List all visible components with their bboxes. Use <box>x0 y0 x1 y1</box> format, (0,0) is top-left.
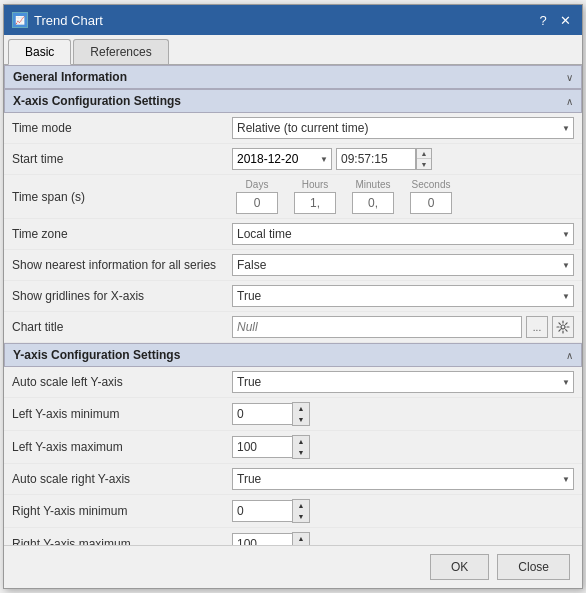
xaxis-section-header[interactable]: X-axis Configuration Settings ∧ <box>4 89 582 113</box>
timespan-hours-col: Hours 1, <box>290 179 340 214</box>
time-down-btn[interactable]: ▼ <box>417 159 431 169</box>
left-min-label: Left Y-axis minimum <box>12 407 232 421</box>
tab-content: General Information ∨ X-axis Configurati… <box>4 65 582 545</box>
general-info-section-header[interactable]: General Information ∨ <box>4 65 582 89</box>
help-button[interactable]: ? <box>534 11 552 29</box>
auto-scale-right-label: Auto scale right Y-axis <box>12 472 232 486</box>
seconds-label: Seconds <box>412 179 451 190</box>
right-min-control: ▲ ▼ <box>232 499 574 523</box>
ok-button[interactable]: OK <box>430 554 489 580</box>
date-wrapper <box>232 148 332 170</box>
left-max-spinners: ▲ ▼ <box>292 435 310 459</box>
yaxis-label: Y-axis Configuration Settings <box>13 348 180 362</box>
left-max-spinner: ▲ ▼ <box>232 435 310 459</box>
chart-title-browse-btn[interactable]: ... <box>526 316 548 338</box>
left-max-label: Left Y-axis maximum <box>12 440 232 454</box>
right-min-input[interactable] <box>232 500 292 522</box>
left-min-row: Left Y-axis minimum ▲ ▼ <box>4 398 582 431</box>
timespan-days-col: Days 0 <box>232 179 282 214</box>
gridlines-x-label: Show gridlines for X-axis <box>12 289 232 303</box>
start-time-row: Start time ▲ ▼ <box>4 144 582 175</box>
auto-scale-right-row: Auto scale right Y-axis True False <box>4 464 582 495</box>
time-mode-select[interactable]: Relative (to current time) Absolute Fixe… <box>232 117 574 139</box>
left-min-spinner: ▲ ▼ <box>232 402 310 426</box>
xaxis-label: X-axis Configuration Settings <box>13 94 181 108</box>
left-max-up[interactable]: ▲ <box>293 436 309 447</box>
bottom-bar: OK Close <box>4 545 582 588</box>
show-nearest-control: False True <box>232 254 574 276</box>
time-mode-select-wrapper: Relative (to current time) Absolute Fixe… <box>232 117 574 139</box>
right-max-input[interactable] <box>232 533 292 545</box>
show-nearest-select[interactable]: False True <box>232 254 574 276</box>
chart-title-input[interactable] <box>232 316 522 338</box>
time-mode-label: Time mode <box>12 121 232 135</box>
auto-scale-right-control: True False <box>232 468 574 490</box>
right-max-spinner: ▲ ▼ <box>232 532 310 545</box>
left-max-input[interactable] <box>232 436 292 458</box>
main-window: 📈 Trend Chart ? ✕ Basic References Gener… <box>3 4 583 589</box>
timespan-minutes-col: Minutes 0, <box>348 179 398 214</box>
title-bar-buttons: ? ✕ <box>534 11 574 29</box>
chart-title-label: Chart title <box>12 320 232 334</box>
tab-basic[interactable]: Basic <box>8 39 71 65</box>
timespan-control: Days 0 Hours 1, Minutes 0, Seconds <box>232 179 574 214</box>
left-max-control: ▲ ▼ <box>232 435 574 459</box>
days-value[interactable]: 0 <box>236 192 278 214</box>
time-mode-control: Relative (to current time) Absolute Fixe… <box>232 117 574 139</box>
hours-label: Hours <box>302 179 329 190</box>
minutes-value[interactable]: 0, <box>352 192 394 214</box>
timezone-select-wrapper: Local time UTC <box>232 223 574 245</box>
tab-references[interactable]: References <box>73 39 168 64</box>
yaxis-section-header[interactable]: Y-axis Configuration Settings ∧ <box>4 343 582 367</box>
left-min-down[interactable]: ▼ <box>293 414 309 425</box>
auto-scale-left-control: True False <box>232 371 574 393</box>
left-max-row: Left Y-axis maximum ▲ ▼ <box>4 431 582 464</box>
right-min-up[interactable]: ▲ <box>293 500 309 511</box>
left-min-up[interactable]: ▲ <box>293 403 309 414</box>
right-min-spinner: ▲ ▼ <box>232 499 310 523</box>
show-nearest-row: Show nearest information for all series … <box>4 250 582 281</box>
show-nearest-label: Show nearest information for all series <box>12 258 232 272</box>
left-min-input[interactable] <box>232 403 292 425</box>
timezone-select[interactable]: Local time UTC <box>232 223 574 245</box>
auto-scale-left-select[interactable]: True False <box>232 371 574 393</box>
right-min-down[interactable]: ▼ <box>293 511 309 522</box>
seconds-value[interactable]: 0 <box>410 192 452 214</box>
svg-point-0 <box>561 325 565 329</box>
window-title: Trend Chart <box>34 13 534 28</box>
gridlines-x-control: True False <box>232 285 574 307</box>
window-icon: 📈 <box>12 12 28 28</box>
auto-scale-right-wrapper: True False <box>232 468 574 490</box>
start-time-label: Start time <box>12 152 232 166</box>
chart-title-gear-btn[interactable] <box>552 316 574 338</box>
timespan-label: Time span (s) <box>12 190 232 204</box>
chart-title-row: Chart title ... <box>4 312 582 343</box>
timespan-row: Time span (s) Days 0 Hours 1, Minutes <box>4 175 582 219</box>
time-up-btn[interactable]: ▲ <box>417 149 431 159</box>
right-max-up[interactable]: ▲ <box>293 533 309 544</box>
gridlines-x-select[interactable]: True False <box>232 285 574 307</box>
right-max-spinners: ▲ ▼ <box>292 532 310 545</box>
time-input[interactable] <box>336 148 416 170</box>
time-spinner-wrapper: ▲ ▼ <box>336 148 432 170</box>
days-label: Days <box>246 179 269 190</box>
title-bar: 📈 Trend Chart ? ✕ <box>4 5 582 35</box>
auto-scale-left-label: Auto scale left Y-axis <box>12 375 232 389</box>
left-max-down[interactable]: ▼ <box>293 447 309 458</box>
xaxis-chevron: ∧ <box>566 96 573 107</box>
right-max-label: Right Y-axis maximum <box>12 537 232 545</box>
time-mode-row: Time mode Relative (to current time) Abs… <box>4 113 582 144</box>
left-min-spinners: ▲ ▼ <box>292 402 310 426</box>
general-info-label: General Information <box>13 70 127 84</box>
close-button-bar[interactable]: Close <box>497 554 570 580</box>
right-min-spinners: ▲ ▼ <box>292 499 310 523</box>
gridlines-x-row: Show gridlines for X-axis True False <box>4 281 582 312</box>
timezone-control: Local time UTC <box>232 223 574 245</box>
close-button[interactable]: ✕ <box>556 11 574 29</box>
auto-scale-right-select[interactable]: True False <box>232 468 574 490</box>
right-min-label: Right Y-axis minimum <box>12 504 232 518</box>
scrollable-content[interactable]: General Information ∨ X-axis Configurati… <box>4 65 582 545</box>
timezone-row: Time zone Local time UTC <box>4 219 582 250</box>
hours-value[interactable]: 1, <box>294 192 336 214</box>
date-input[interactable] <box>232 148 332 170</box>
